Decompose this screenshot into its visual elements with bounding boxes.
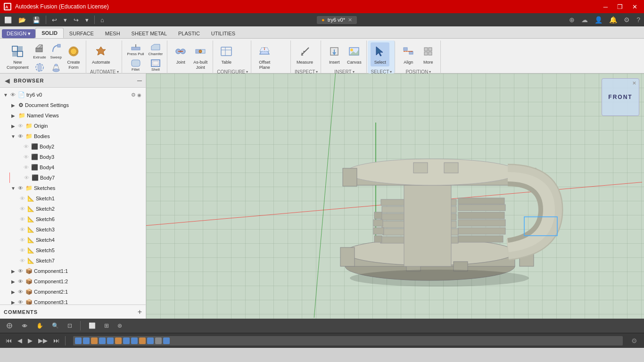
tree-eye-body3[interactable]: 👁 [24, 154, 29, 160]
timeline-marker[interactable] [147, 337, 154, 344]
chamfer-button[interactable]: Chamfer [147, 42, 165, 57]
insert-button[interactable]: Insert [325, 42, 344, 66]
tree-eye-sketch1[interactable]: 👁 [20, 196, 25, 201]
tree-toggle-doc[interactable]: ▶ [9, 103, 17, 108]
tree-eye-body2[interactable]: 👁 [24, 144, 29, 149]
tree-vis-root[interactable]: ◉ [137, 92, 141, 98]
settings-button[interactable]: ⚙ [622, 15, 632, 25]
open-button[interactable]: 📂 [16, 16, 28, 25]
file-tab-close[interactable]: ✕ [348, 17, 352, 23]
tree-eye-sketch2[interactable]: 👁 [20, 206, 25, 212]
snap-toggle-button[interactable]: ⊛ [115, 321, 124, 330]
tree-eye-sketches[interactable]: 👁 [18, 185, 23, 191]
tree-item-doc-settings[interactable]: ▶ ⚙ Document Settings [0, 100, 146, 110]
notifications-button[interactable]: 🔔 [607, 15, 619, 25]
tree-item-comp11[interactable]: ▶ 👁 📦 Component1:1 [0, 266, 146, 276]
timeline-marker[interactable] [115, 337, 122, 344]
timeline-marker[interactable] [91, 337, 98, 344]
tab-plastic[interactable]: PLASTIC [173, 29, 206, 38]
timeline-marker[interactable] [163, 337, 170, 344]
tab-mesh[interactable]: MESH [99, 29, 126, 38]
timeline-play-button[interactable]: ▶ [26, 336, 34, 345]
tree-item-sketch2[interactable]: 👁 📐 Sketch2 [0, 204, 146, 214]
tree-item-sketch5[interactable]: 👁 📐 Sketch5 [0, 245, 146, 255]
automate-button[interactable]: Automate [90, 42, 112, 66]
configure-table-button[interactable]: Table [217, 42, 236, 66]
timeline-first-button[interactable]: ⏮ [4, 336, 14, 345]
undo-dropdown[interactable]: ▾ [61, 16, 69, 25]
tree-eye-sketch4[interactable]: 👁 [20, 237, 25, 243]
grid-toggle-button[interactable]: ⊞ [102, 321, 111, 330]
tree-toggle-bodies[interactable]: ▼ [9, 134, 17, 139]
tree-item-body4[interactable]: 👁 ⬛ Body4 [0, 162, 146, 173]
tree-item-bodies[interactable]: ▼ 👁 📁 Bodies [0, 131, 146, 141]
tree-eye-comp21[interactable]: 👁 [18, 289, 23, 295]
timeline-marker[interactable] [155, 337, 162, 344]
tree-item-sketch1[interactable]: 👁 📐 Sketch1 [0, 193, 146, 204]
tree-item-sketch6[interactable]: 👁 📐 Sketch6 [0, 214, 146, 224]
tree-eye-comp31[interactable]: 👁 [18, 299, 23, 304]
home-button[interactable]: ⌂ [98, 16, 107, 25]
redo-button[interactable]: ↪ [71, 16, 81, 25]
tree-eye-sketch7[interactable]: 👁 [20, 258, 25, 263]
pan-button[interactable] [4, 321, 15, 330]
add-tab-button[interactable]: ⊕ [567, 15, 577, 25]
tab-sheetmetal[interactable]: SHEET METAL [126, 29, 173, 38]
timeline-marker[interactable] [83, 337, 90, 344]
timeline-marker[interactable] [139, 337, 146, 344]
fillet-button[interactable]: Fillet [126, 58, 146, 73]
cloud-button[interactable]: ☁ [579, 15, 590, 25]
save-button[interactable]: 💾 [30, 16, 42, 25]
shell-button[interactable]: Shell [147, 58, 165, 73]
press-pull-button[interactable]: Press Pull [126, 42, 146, 57]
tree-toggle-comp21[interactable]: ▶ [9, 289, 17, 295]
timeline-marker[interactable] [99, 337, 106, 344]
design-dropdown[interactable]: DESIGN ▾ [2, 29, 35, 38]
tree-eye-bodies[interactable]: 👁 [18, 133, 23, 139]
model-3d[interactable] [322, 97, 567, 296]
tab-surface[interactable]: SURFACE [64, 29, 99, 38]
tree-gear-root[interactable]: ⚙ [131, 92, 136, 98]
viewport[interactable]: FRONT ✕ [146, 74, 644, 319]
browser-back-button[interactable]: ◀ [4, 76, 11, 85]
profile-button[interactable]: 👤 [593, 15, 604, 25]
timeline-track[interactable] [73, 336, 623, 346]
tree-eye-comp12[interactable]: 👁 [18, 279, 23, 284]
view-cube[interactable]: FRONT ✕ [602, 78, 639, 116]
tab-solid[interactable]: SOLID [35, 28, 64, 38]
tree-item-body2[interactable]: 👁 ⬛ Body2 [0, 141, 146, 152]
align-button[interactable]: Align [399, 42, 418, 66]
tree-eye-comp11[interactable]: 👁 [18, 268, 23, 274]
new-component-button[interactable]: NewComponent [5, 42, 31, 72]
browser-minimize-button[interactable]: ─ [137, 77, 142, 84]
display-mode-button[interactable]: ⬜ [86, 321, 98, 330]
tree-toggle-comp11[interactable]: ▶ [9, 269, 17, 274]
undo-button[interactable]: ↩ [50, 16, 59, 25]
tree-item-sketches[interactable]: ▼ 👁 📁 Sketches [0, 183, 146, 193]
as-built-joint-button[interactable]: As-builtJoint [191, 42, 210, 72]
sweep-button[interactable]: Sweep [49, 42, 63, 60]
fit-button[interactable]: ⊡ [65, 321, 74, 330]
viewcube-x-close[interactable]: ✕ [632, 81, 636, 86]
tree-item-comp21[interactable]: ▶ 👁 📦 Component2:1 [0, 287, 146, 297]
tab-utilities[interactable]: UTILITIES [206, 29, 241, 38]
position-more-button[interactable]: More [419, 42, 438, 66]
tree-eye-sketch6[interactable]: 👁 [20, 216, 25, 222]
timeline-marker[interactable] [107, 337, 114, 344]
tree-item-body3[interactable]: 👁 ⬛ Body3 [0, 152, 146, 162]
tree-item-sketch4[interactable]: 👁 📐 Sketch4 [0, 235, 146, 245]
maximize-button[interactable]: ❐ [614, 2, 626, 11]
tree-toggle-sketches[interactable]: ▼ [9, 186, 17, 191]
tree-toggle-root[interactable]: ▼ [2, 92, 9, 98]
tree-eye-body4[interactable]: 👁 [24, 165, 29, 170]
tree-eye-sketch5[interactable]: 👁 [20, 247, 25, 253]
canvas-button[interactable]: Canvas [345, 42, 363, 66]
timeline-marker[interactable] [131, 337, 138, 344]
tree-toggle-named[interactable]: ▶ [9, 113, 17, 118]
tree-eye-root[interactable]: 👁 [10, 92, 16, 98]
tree-eye-origin[interactable]: 👁 [18, 123, 23, 129]
create-form-button[interactable]: CreateForm [64, 42, 83, 72]
tree-item-sketch7[interactable]: 👁 📐 Sketch7 [0, 255, 146, 266]
help-button[interactable]: ? [635, 15, 642, 25]
timeline-marker[interactable] [75, 337, 82, 344]
